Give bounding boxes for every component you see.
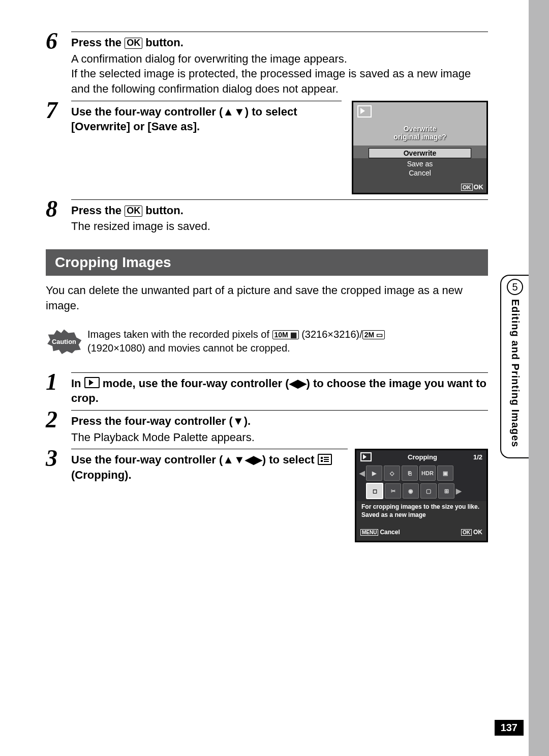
text: Press the: [71, 36, 125, 49]
step-title: Use the four-way controller (▲▼◀▶) to se…: [71, 449, 348, 482]
left-arrow-icon[interactable]: ◀: [359, 469, 364, 477]
text: Press the: [71, 204, 125, 217]
palette-description: For cropping images to the size you like…: [356, 501, 486, 529]
pixel-badge-icon: 2M ▭: [362, 330, 385, 340]
text: OK: [474, 183, 484, 191]
svg-text:Caution: Caution: [52, 338, 76, 345]
ok-button-icon: OK: [125, 206, 142, 217]
caution-icon: Caution: [46, 329, 82, 354]
section-intro: You can delete the unwanted part of a pi…: [46, 283, 488, 313]
chapter-tab: 5 Editing and Printing Images: [500, 275, 529, 458]
step-number: 6: [46, 30, 71, 53]
page-number: 137: [495, 720, 524, 736]
chapter-title: Editing and Printing Images: [509, 299, 521, 447]
option-cancel[interactable]: Cancel: [369, 168, 471, 178]
text: Overwrite: [353, 125, 486, 133]
dialog-prompt: Overwrite original image?: [353, 125, 486, 141]
step-number: 2: [46, 408, 71, 431]
palette-item[interactable]: ✂: [385, 483, 401, 499]
text: original image?: [353, 133, 486, 141]
step-title: In mode, use the four-way controller (◀▶…: [71, 372, 488, 406]
step-number: 1: [46, 370, 71, 394]
step-number: 8: [46, 197, 71, 221]
palette-item[interactable]: ⎘: [402, 466, 418, 481]
pixel-badge-icon: 10M ▦: [272, 330, 299, 340]
step-title: Press the OK button.: [71, 32, 488, 50]
palette-title: Cropping: [408, 453, 437, 461]
palette-item-selected[interactable]: ◻: [366, 483, 383, 499]
step-2: 2 Press the four-way controller (▼). The…: [46, 409, 488, 445]
cropping-icon: [318, 454, 332, 465]
ok-badge-icon: OK: [461, 184, 473, 191]
palette-item[interactable]: ⊞: [438, 483, 454, 499]
step-7: 7 Use the four-way controller (▲▼) to se…: [46, 100, 488, 194]
text: OK: [473, 529, 482, 536]
step-description: The resized image is saved.: [71, 219, 488, 234]
step-6: 6 Press the OK button. A confirmation di…: [46, 31, 488, 97]
step-3: 3 Use the four-way controller (▲▼◀▶) to …: [46, 448, 488, 542]
step-8: 8 Press the OK button. The resized image…: [46, 198, 488, 234]
playback-mode-icon: [84, 377, 100, 388]
page-edge-stripe: [529, 0, 549, 756]
text: Cancel: [380, 529, 400, 536]
ok-badge-icon: OK: [461, 529, 472, 536]
step-title: Press the four-way controller (▼).: [71, 410, 488, 429]
palette-page: 1/2: [473, 453, 482, 461]
caution-note: Caution Images taken with the recorded p…: [46, 328, 488, 355]
step-description: The Playback Mode Palette appears.: [71, 430, 488, 445]
palette-item[interactable]: ▣: [437, 466, 453, 481]
step-title: Use the four-way controller (▲▼) to sele…: [71, 101, 342, 134]
palette-grid: ◀ ▶ ◇ ⎘ HDR ▣ ▶ ◀ ◻ ✂ ◉ ▢ ⊞: [356, 463, 486, 501]
right-arrow-icon[interactable]: ▶: [456, 487, 461, 495]
step-number: 3: [46, 447, 71, 470]
step-1: 1 In mode, use the four-way controller (…: [46, 371, 488, 406]
text: Images taken with the recorded pixels of: [87, 329, 272, 340]
menu-cancel: MENUCancel: [360, 529, 400, 536]
menu-badge-icon: MENU: [360, 529, 378, 536]
dialog-menu: Overwrite Save as Cancel: [369, 147, 471, 178]
playback-icon: [360, 452, 372, 461]
palette-item[interactable]: ▶: [366, 466, 382, 481]
step-description: A confirmation dialog for overwriting th…: [71, 51, 488, 97]
text: button.: [142, 204, 184, 217]
palette-item[interactable]: ◉: [403, 483, 419, 499]
text: button.: [142, 36, 184, 49]
ok-button-icon: OK: [125, 38, 142, 49]
manual-page: 6 Press the OK button. A confirmation di…: [0, 0, 549, 756]
camera-screen-palette: Cropping 1/2 ◀ ▶ ◇ ⎘ HDR ▣ ▶ ◀: [355, 449, 488, 542]
palette-item[interactable]: ◇: [384, 466, 400, 481]
camera-screen-overwrite-dialog: Overwrite original image? Overwrite Save…: [352, 101, 488, 194]
text: (Cropping).: [71, 469, 132, 481]
palette-item[interactable]: HDR: [419, 466, 436, 481]
step-title: Press the OK button.: [71, 199, 488, 218]
caution-text: Images taken with the recorded pixels of…: [87, 328, 385, 355]
option-overwrite[interactable]: Overwrite: [369, 148, 471, 158]
ok-indicator: OKOK: [461, 183, 483, 191]
text: In: [71, 377, 84, 390]
text: mode, use the four-way controller (◀▶) t…: [71, 377, 486, 405]
option-save-as[interactable]: Save as: [369, 159, 471, 168]
playback-icon: [357, 105, 372, 118]
palette-item[interactable]: ▢: [420, 483, 437, 499]
text: Use the four-way controller (▲▼◀▶) to se…: [71, 453, 318, 466]
ok-indicator: OKOK: [461, 529, 482, 536]
chapter-number: 5: [507, 279, 523, 295]
section-heading: Cropping Images: [46, 249, 488, 276]
step-number: 7: [46, 99, 71, 122]
text: (3216×3216)/: [299, 329, 362, 340]
text: (1920×1080) and movies cannot be cropped…: [87, 342, 290, 354]
